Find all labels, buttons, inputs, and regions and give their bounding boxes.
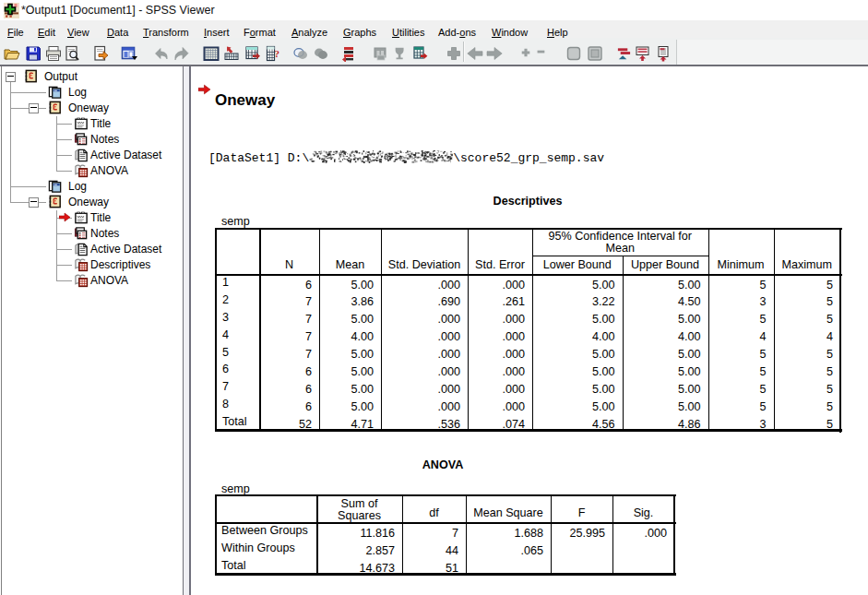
svg-text:?: ? [275,48,280,59]
